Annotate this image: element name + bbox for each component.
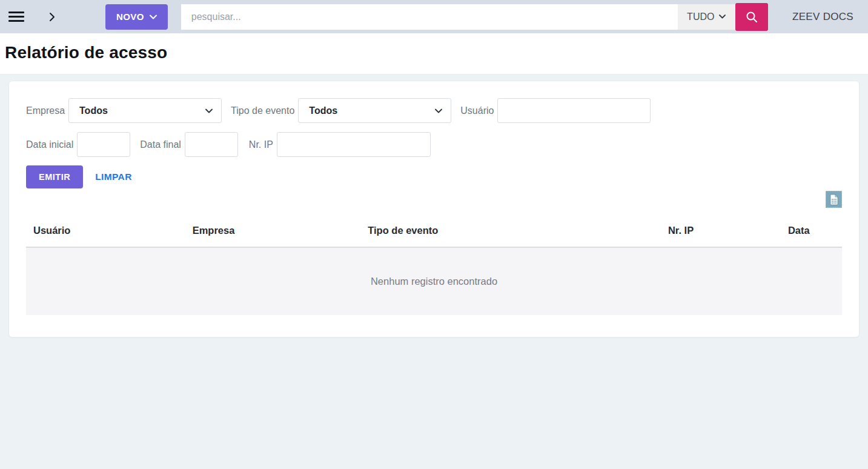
empresa-filter: Empresa Todos <box>26 98 222 123</box>
title-strip: Relatório de acesso <box>0 33 868 75</box>
hamburger-menu-icon[interactable] <box>8 9 24 24</box>
empresa-select[interactable]: Todos <box>68 98 222 123</box>
usuario-filter: Usuário <box>460 98 651 123</box>
data-inicial-filter: Data inicial <box>26 132 130 157</box>
search-scope-dropdown[interactable]: TUDO <box>678 4 735 30</box>
tipo-evento-filter: Tipo de evento Todos <box>231 98 451 123</box>
export-spreadsheet-button[interactable] <box>826 191 842 208</box>
nr-ip-filter: Nr. IP <box>249 132 431 157</box>
empty-state-row: Nenhum registro encontrado <box>26 247 842 315</box>
chevron-down-icon <box>719 15 726 19</box>
empresa-select-value: Todos <box>79 105 108 116</box>
emitir-button[interactable]: EMITIR <box>26 165 83 188</box>
main-area: Empresa Todos Tipo de evento Todos Usuár… <box>0 75 868 338</box>
chevron-down-icon <box>435 108 442 113</box>
brand-logo-text: ZEEV DOCS <box>792 11 853 23</box>
col-header-data: Data <box>781 215 842 247</box>
top-bar: NOVO TUDO ZEEV DOCS <box>0 0 868 33</box>
col-header-tipo-evento: Tipo de evento <box>360 215 661 247</box>
data-final-filter: Data final <box>140 132 238 157</box>
data-final-label: Data final <box>140 139 181 150</box>
nr-ip-label: Nr. IP <box>249 139 273 150</box>
report-filter-card: Empresa Todos Tipo de evento Todos Usuár… <box>8 81 860 338</box>
global-search: TUDO <box>181 3 768 31</box>
filter-row-2: Data inicial Data final Nr. IP <box>26 132 842 157</box>
data-inicial-label: Data inicial <box>26 139 73 150</box>
nr-ip-input[interactable] <box>277 132 431 157</box>
limpar-link[interactable]: LIMPAR <box>95 171 132 182</box>
filter-row-1: Empresa Todos Tipo de evento Todos Usuár… <box>26 98 842 123</box>
tipo-evento-label: Tipo de evento <box>231 105 294 116</box>
tipo-evento-select-value: Todos <box>309 105 337 116</box>
novo-button-label: NOVO <box>116 12 144 22</box>
empresa-label: Empresa <box>26 105 65 116</box>
filter-actions: EMITIR LIMPAR <box>26 165 842 188</box>
novo-button[interactable]: NOVO <box>105 4 168 30</box>
export-row <box>26 191 842 208</box>
search-submit-button[interactable] <box>735 3 768 31</box>
data-inicial-input[interactable] <box>77 132 130 157</box>
chevron-down-icon <box>150 15 157 19</box>
empty-state-message: Nenhum registro encontrado <box>26 247 842 315</box>
export-spreadsheet-icon <box>829 194 839 205</box>
tipo-evento-select[interactable]: Todos <box>298 98 451 123</box>
search-scope-value: TUDO <box>687 12 714 22</box>
col-header-empresa: Empresa <box>185 215 361 247</box>
search-icon <box>744 10 759 24</box>
usuario-label: Usuário <box>460 105 494 116</box>
chevron-down-icon <box>205 108 213 113</box>
search-input[interactable] <box>181 4 678 30</box>
results-table: Usuário Empresa Tipo de evento Nr. IP Da… <box>26 215 842 315</box>
usuario-input[interactable] <box>497 98 651 123</box>
col-header-nr-ip: Nr. IP <box>661 215 781 247</box>
page-title: Relatório de acesso <box>5 43 868 62</box>
table-header-row: Usuário Empresa Tipo de evento Nr. IP Da… <box>26 215 842 247</box>
chevron-right-icon[interactable] <box>47 12 57 22</box>
col-header-usuario: Usuário <box>26 215 185 247</box>
data-final-input[interactable] <box>185 132 238 157</box>
